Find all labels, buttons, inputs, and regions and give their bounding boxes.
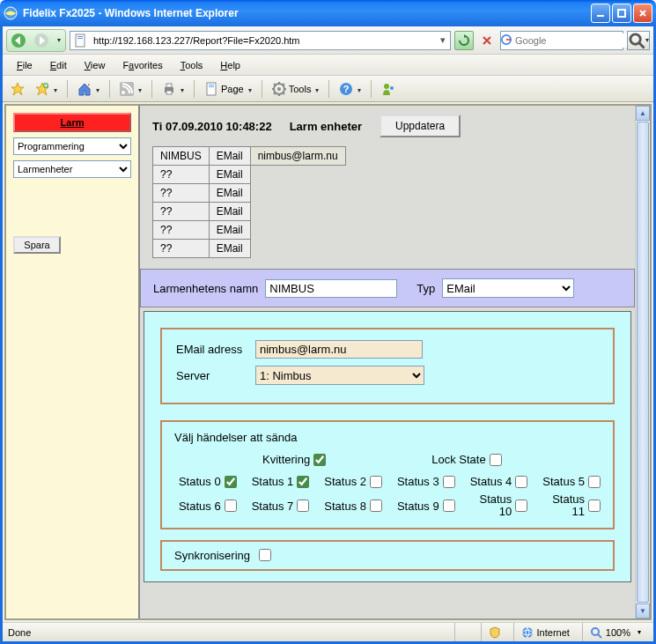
svg-rect-18: [209, 85, 214, 85]
page-icon: [74, 33, 88, 48]
svg-rect-6: [77, 36, 83, 37]
favorites-star-icon[interactable]: [8, 80, 27, 98]
uppdatera-button[interactable]: Uppdatera: [380, 115, 461, 137]
table-row[interactable]: ??EMail: [153, 240, 346, 258]
svg-text:?: ?: [343, 84, 350, 94]
table-row[interactable]: NIMBUSEMailnimbus@larm.nu: [153, 147, 346, 166]
menu-file[interactable]: File: [10, 58, 40, 72]
larmenheter-select[interactable]: Larmenheter: [13, 160, 131, 178]
name-type-row: Larmenhetens namn Typ EMail: [140, 269, 635, 307]
status0-label: Status 0: [179, 475, 221, 488]
sync-label: Synkronisering: [174, 549, 250, 562]
svg-rect-16: [166, 91, 172, 94]
svg-point-9: [630, 33, 640, 43]
status1-checkbox[interactable]: [297, 476, 309, 488]
table-row[interactable]: ??EMail: [153, 184, 346, 203]
name-input[interactable]: [265, 279, 397, 298]
status2-checkbox[interactable]: [370, 476, 382, 488]
help-button[interactable]: ?: [336, 80, 364, 98]
feeds-button[interactable]: [117, 80, 144, 98]
status7-checkbox[interactable]: [297, 500, 309, 512]
email-input[interactable]: [255, 340, 423, 359]
status-zoom[interactable]: 100%▾: [582, 623, 648, 641]
status0-checkbox[interactable]: [225, 476, 237, 488]
status3-checkbox[interactable]: [443, 476, 455, 488]
table-row[interactable]: ??EMail: [153, 203, 346, 221]
status7-label: Status 7: [252, 500, 294, 513]
name-label: Larmenhetens namn: [153, 282, 258, 295]
status4-checkbox[interactable]: [515, 476, 527, 488]
table-row[interactable]: ??EMail: [153, 166, 346, 184]
section-title: Larm enheter: [290, 120, 362, 133]
search-input[interactable]: [512, 33, 640, 48]
url-dropdown[interactable]: ▾: [436, 34, 450, 46]
print-button[interactable]: [159, 80, 187, 98]
messenger-icon[interactable]: [379, 80, 398, 98]
svg-rect-2: [618, 10, 625, 17]
back-forward-group: [6, 29, 66, 52]
menu-tools[interactable]: Tools: [173, 58, 210, 72]
window-title: Fidelix Fx2025 - Windows Internet Explor…: [23, 7, 591, 19]
scroll-up-button[interactable]: ▲: [636, 106, 650, 121]
google-icon: [501, 34, 512, 47]
stop-button[interactable]: [477, 31, 497, 50]
maximize-button[interactable]: [612, 4, 631, 23]
status8-label: Status 8: [324, 500, 366, 513]
kvittering-checkbox[interactable]: [313, 454, 326, 466]
search-box[interactable]: ▾: [500, 31, 623, 50]
table-row[interactable]: ??EMail: [153, 221, 346, 240]
spara-button[interactable]: Spara: [13, 236, 61, 254]
menu-help[interactable]: Help: [213, 58, 247, 72]
svg-point-26: [522, 627, 533, 638]
menu-favorites[interactable]: Favorites: [115, 58, 169, 72]
datetime-text: Ti 07.09.2010 10:48:22: [152, 120, 272, 133]
status4-label: Status 4: [470, 475, 512, 488]
close-button[interactable]: [633, 4, 652, 23]
svg-rect-15: [166, 84, 172, 87]
larm-button[interactable]: Larm: [13, 113, 131, 132]
sync-checkbox[interactable]: [259, 549, 271, 561]
page-menu[interactable]: Page: [202, 80, 254, 98]
forward-button[interactable]: [30, 30, 53, 51]
status10-checkbox[interactable]: [515, 500, 527, 512]
minimize-button[interactable]: [591, 4, 610, 23]
status9-label: Status 9: [397, 500, 439, 513]
menu-edit[interactable]: Edit: [43, 58, 74, 72]
url-input[interactable]: [92, 33, 436, 48]
svg-line-10: [639, 42, 645, 48]
status2-label: Status 2: [324, 475, 366, 488]
scroll-down-button[interactable]: ▼: [636, 603, 650, 618]
status9-checkbox[interactable]: [443, 500, 455, 512]
menu-view[interactable]: View: [77, 58, 113, 72]
status5-checkbox[interactable]: [588, 476, 601, 488]
refresh-button[interactable]: [454, 31, 474, 50]
search-button[interactable]: ▾: [627, 31, 650, 50]
shield-icon: [489, 626, 501, 639]
server-select[interactable]: 1: Nimbus: [255, 366, 424, 385]
menu-bar: File Edit View Favorites Tools Help: [3, 55, 653, 76]
status11-checkbox[interactable]: [588, 500, 601, 512]
svg-line-29: [598, 634, 601, 638]
svg-point-21: [277, 87, 281, 91]
lockstate-checkbox[interactable]: [490, 454, 502, 466]
status8-checkbox[interactable]: [370, 500, 382, 512]
events-title: Välj händelser att sända: [174, 431, 601, 444]
vertical-scrollbar[interactable]: ▲ ▼: [635, 106, 650, 618]
status10-label: Status10: [479, 493, 512, 519]
sidebar: Larm Programmering Larmenheter Spara: [6, 106, 140, 618]
nav-history-dropdown[interactable]: [53, 30, 65, 51]
programmering-select[interactable]: Programmering: [13, 137, 131, 155]
back-button[interactable]: [7, 30, 30, 51]
scroll-thumb[interactable]: [637, 122, 649, 603]
address-bar[interactable]: ▾: [70, 31, 451, 50]
add-favorite-icon[interactable]: [33, 80, 60, 98]
svg-rect-19: [209, 86, 214, 87]
typ-label: Typ: [416, 282, 435, 295]
command-toolbar: Page Tools ?: [3, 76, 653, 102]
home-button[interactable]: [75, 80, 102, 98]
status6-checkbox[interactable]: [225, 500, 237, 512]
ie-icon: [4, 6, 18, 20]
status-zone[interactable]: Internet: [513, 623, 577, 641]
tools-menu[interactable]: Tools: [269, 80, 322, 98]
typ-select[interactable]: EMail: [442, 278, 574, 298]
